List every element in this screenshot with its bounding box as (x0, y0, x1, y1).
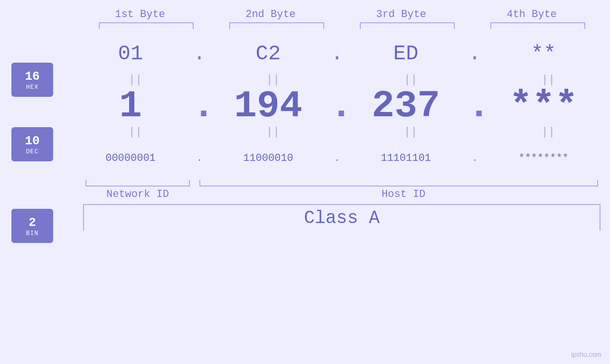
dec-sep2: . (330, 84, 344, 128)
bin-byte4: ******** (496, 152, 591, 164)
network-bracket (85, 180, 190, 187)
bin-row: 00000001 . 11000010 . 11101101 . *******… (0, 139, 610, 177)
bin-name: BIN (26, 230, 38, 237)
dec-sep1: . (192, 84, 206, 128)
dec-row: 1 . 194 . 237 . *** (0, 87, 610, 125)
hex-byte2: C2 (221, 42, 316, 65)
bin-sep1: . (192, 152, 206, 164)
hex-sep3: . (468, 42, 482, 65)
bracket-byte4 (490, 22, 585, 29)
main-container: 1st Byte 2nd Byte 3rd Byte 4th Byte 16 H… (0, 0, 610, 364)
bin-values: 00000001 . 11000010 . 11101101 . *******… (76, 152, 598, 164)
bin-num: 2 (28, 215, 36, 230)
hex-row: 01 . C2 . ED . ** (0, 35, 610, 73)
dec-byte1: 1 (83, 84, 178, 128)
top-bracket-row (81, 22, 603, 30)
bin-byte3: 11101101 (358, 152, 453, 164)
eq2-b1: || (88, 126, 183, 139)
bottom-bracket-row (81, 180, 603, 187)
class-label: Class A (304, 208, 380, 228)
byte2-header: 2nd Byte (223, 9, 318, 20)
bracket-byte1 (99, 22, 194, 29)
dec-byte4: *** (496, 84, 591, 128)
hex-sep2: . (330, 42, 344, 65)
byte1-header: 1st Byte (93, 9, 188, 20)
hex-byte4: ** (496, 42, 591, 65)
byte-headers: 1st Byte 2nd Byte 3rd Byte 4th Byte (75, 9, 597, 20)
host-id-label: Host ID (204, 188, 603, 200)
hex-values: 01 . C2 . ED . ** (76, 42, 598, 65)
hex-byte3: ED (358, 42, 453, 65)
watermark: ipshu.com (571, 351, 601, 358)
id-labels-row: Network ID Host ID (81, 188, 603, 200)
byte3-header: 3rd Byte (354, 9, 449, 20)
base-bin-label: 2 BIN (11, 209, 53, 243)
bracket-byte2 (229, 22, 324, 29)
hex-byte1: 01 (83, 42, 178, 65)
bin-sep3: . (468, 152, 482, 164)
hex-sep1: . (192, 42, 206, 65)
network-id-label: Network ID (81, 188, 195, 200)
bracket-byte3 (360, 22, 455, 29)
host-bracket (199, 180, 598, 187)
dec-values: 1 . 194 . 237 . *** (76, 84, 598, 128)
bin-byte1: 00000001 (83, 152, 178, 164)
eq2-b4: || (501, 126, 596, 139)
byte4-header: 4th Byte (484, 9, 579, 20)
class-bar: Class A (83, 204, 601, 231)
eq2-b2: || (225, 126, 320, 139)
dec-sep3: . (468, 84, 482, 128)
dec-byte2: 194 (221, 84, 316, 128)
dec-byte3: 237 (358, 84, 453, 128)
bin-sep2: . (330, 152, 344, 164)
eq2-b3: || (363, 126, 458, 139)
bin-byte2: 11000010 (221, 152, 316, 164)
